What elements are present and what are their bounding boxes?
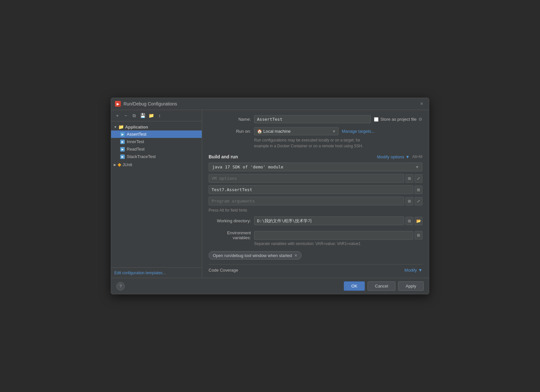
open-tool-window-tag: Open run/debug tool window when started … [209, 251, 302, 260]
vm-options-row: ⊞ ⤢ [209, 174, 422, 183]
program-args-fullscreen-button[interactable]: ⤢ [415, 197, 422, 205]
junit-icon-wrapper: ◆ [118, 162, 121, 167]
run-on-label: Run on: [209, 129, 251, 134]
code-coverage-row: Code Coverage Modify ▼ [209, 264, 422, 273]
config-icon-stacktracetest: ▶ [120, 154, 125, 159]
program-args-expand-button[interactable]: ⊞ [405, 197, 413, 205]
left-panel: + − ⧉ 💾 📁 ↕ ▼ 📁 Application ▶ AssertTest [111, 110, 202, 278]
tree-item-readtest[interactable]: ▶ ReadTest [111, 145, 202, 153]
dialog-buttons: OK Cancel Apply [344, 281, 424, 291]
working-dir-browse-button[interactable]: 📂 [415, 217, 422, 225]
spacer [209, 228, 422, 230]
run-on-row: Run on: 🏠 Local machine ▼ Manage targets… [209, 127, 422, 135]
info-line2: example in a Docker Container or on a re… [254, 144, 363, 148]
sdk-dropdown[interactable]: java 17 SDK of 'demo' module [209, 163, 422, 171]
right-panel: Name: Store as project file ⚙ Run on: 🏠 … [202, 110, 429, 278]
store-project-label: Store as project file [380, 117, 417, 122]
info-line1: Run configurations may be executed local… [254, 138, 360, 142]
env-vars-input[interactable] [254, 231, 413, 240]
tree-item-label-stacktracetest: StackTraceTest [127, 154, 156, 159]
cancel-button[interactable]: Cancel [367, 281, 395, 291]
sdk-select-wrapper: java 17 SDK of 'demo' module ▼ [209, 163, 422, 171]
junit-group-header[interactable]: ▶ ◆ JUnit [111, 161, 202, 168]
tree-item-label-innertest: InnerTest [127, 139, 144, 144]
vm-options-fullscreen-button[interactable]: ⤢ [415, 174, 422, 183]
env-hint-text: Separate variables with semicolon: VAR=v… [254, 241, 422, 246]
config-icon-asserttest: ▶ [120, 132, 125, 137]
tree-item-asserttest[interactable]: ▶ AssertTest [111, 130, 202, 138]
gear-icon[interactable]: ⚙ [418, 117, 422, 122]
dialog-title: Run/Debug Configurations [123, 101, 177, 106]
sort-config-button[interactable]: ↕ [156, 112, 163, 119]
code-coverage-modify-label: Modify [405, 268, 417, 273]
tree-item-label-asserttest: AssertTest [127, 132, 147, 137]
working-dir-input[interactable] [254, 216, 404, 225]
env-vars-label: Environment variables: [209, 230, 251, 240]
working-dir-label: Working directory: [209, 218, 251, 223]
manage-targets-link[interactable]: Manage targets... [342, 129, 375, 134]
config-icon-readtest: ▶ [120, 147, 125, 152]
application-folder-icon: 📁 [118, 124, 124, 129]
main-class-input[interactable] [209, 185, 413, 194]
modify-options-label: Modify options [377, 154, 404, 159]
run-debug-dialog: ▶ Run/Debug Configurations × + − ⧉ 💾 📁 ↕… [111, 98, 429, 294]
title-bar: ▶ Run/Debug Configurations × [111, 98, 429, 110]
modify-options-chevron-icon: ▼ [405, 154, 410, 159]
title-bar-left: ▶ Run/Debug Configurations [115, 101, 177, 107]
program-args-input[interactable] [209, 197, 404, 205]
chevron-down-icon: ▼ [114, 125, 117, 129]
code-coverage-chevron-icon: ▼ [418, 268, 422, 273]
env-input-wrapper: ⊞ [254, 231, 422, 240]
tag-pill-close-button[interactable]: × [295, 253, 297, 258]
working-dir-row: Working directory: ⊞ 📂 [209, 216, 422, 225]
tree-item-stacktracetest[interactable]: ▶ StackTraceTest [111, 153, 202, 160]
toolbar: + − ⧉ 💾 📁 ↕ [111, 110, 202, 121]
run-on-select-wrapper: 🏠 Local machine ▼ [254, 127, 339, 135]
main-class-row: ⊞ [209, 185, 422, 194]
apply-button[interactable]: Apply [398, 281, 424, 291]
tree-item-innertest[interactable]: ▶ InnerTest [111, 138, 202, 145]
code-coverage-label: Code Coverage [209, 268, 238, 273]
vm-options-expand-button[interactable]: ⊞ [405, 174, 413, 183]
diamond-icon: ◆ [118, 162, 121, 167]
store-project-checkbox[interactable] [374, 117, 379, 122]
tree-item-label-readtest: ReadTest [127, 147, 145, 152]
bottom-bar: ? OK Cancel Apply [111, 278, 429, 294]
left-footer: Edit configuration templates... [111, 267, 202, 278]
config-icon-innertest: ▶ [120, 140, 125, 144]
info-text: Run configurations may be executed local… [254, 137, 422, 149]
application-group-header[interactable]: ▼ 📁 Application [111, 123, 202, 130]
program-args-row: ⊞ ⤢ [209, 197, 422, 205]
app-icon: ▶ [115, 101, 121, 107]
save-config-button[interactable]: 💾 [139, 112, 146, 119]
add-config-button[interactable]: + [114, 112, 121, 119]
working-dir-field: ⊞ 📂 [254, 216, 422, 225]
copy-config-button[interactable]: ⧉ [131, 112, 138, 119]
main-class-browse-button[interactable]: ⊞ [415, 186, 422, 194]
close-button[interactable]: × [418, 101, 425, 107]
working-dir-expand-button[interactable]: ⊞ [405, 217, 413, 225]
tree-area: ▼ 📁 Application ▶ AssertTest ▶ InnerTest… [111, 121, 202, 267]
field-hint-text: Press Alt for field hints [209, 208, 422, 213]
build-run-section-header: Build and run Modify options ▼ Alt+M [209, 154, 422, 159]
junit-group-label: JUnit [122, 162, 132, 167]
edit-templates-link[interactable]: Edit configuration templates... [114, 271, 166, 275]
application-group: ▼ 📁 Application ▶ AssertTest ▶ InnerTest… [111, 123, 202, 161]
modify-options-button[interactable]: Modify options ▼ [377, 154, 410, 159]
store-project-row: Store as project file ⚙ [374, 117, 422, 122]
application-group-label: Application [125, 125, 148, 129]
code-coverage-modify-link[interactable]: Modify ▼ [405, 268, 422, 273]
name-label: Name: [209, 117, 251, 122]
env-vars-expand-button[interactable]: ⊞ [415, 231, 422, 239]
vm-options-input[interactable] [209, 174, 404, 183]
help-button[interactable]: ? [116, 282, 125, 290]
ok-button[interactable]: OK [344, 281, 365, 291]
name-input[interactable] [254, 115, 371, 123]
run-on-dropdown[interactable]: 🏠 Local machine [254, 127, 339, 135]
build-run-title: Build and run [209, 154, 238, 159]
tag-pill-label: Open run/debug tool window when started [213, 253, 292, 258]
folder-config-button[interactable]: 📁 [148, 112, 155, 119]
chevron-right-icon: ▶ [114, 163, 116, 166]
remove-config-button[interactable]: − [122, 112, 129, 119]
modify-options-area: Modify options ▼ Alt+M [377, 154, 422, 159]
